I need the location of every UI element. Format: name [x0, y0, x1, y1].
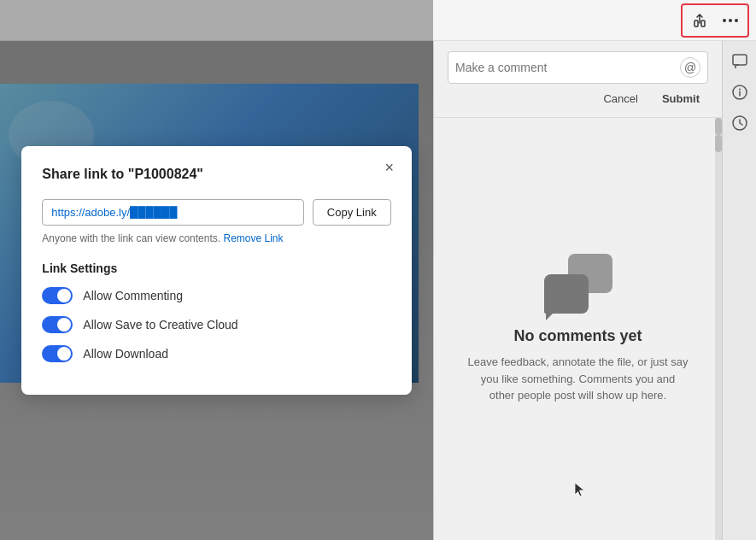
comment-input-area: @ Cancel Submit [434, 41, 722, 118]
share-button[interactable] [686, 7, 713, 34]
toggle-commenting[interactable] [42, 287, 73, 304]
setting-label-download: Allow Download [83, 347, 168, 361]
modal-overlay[interactable]: × Share link to "P1000824" Copy Link Any… [0, 0, 433, 540]
no-comments-title: No comments yet [513, 327, 642, 345]
comment-actions: Cancel Submit [448, 84, 708, 110]
setting-row-commenting: Allow Commenting [42, 287, 390, 304]
toggle-download-slider [42, 345, 73, 362]
scrollbar[interactable] [715, 118, 722, 540]
more-button[interactable] [717, 7, 744, 34]
svg-rect-1 [701, 21, 705, 26]
toggle-download[interactable] [42, 345, 73, 362]
setting-label-commenting: Allow Commenting [83, 289, 183, 302]
right-panel: @ Cancel Submit No comments yet Leave fe… [433, 41, 722, 540]
history-sidebar-btn[interactable] [726, 109, 753, 137]
svg-point-2 [723, 19, 726, 22]
scroll-top [715, 118, 722, 135]
share-modal: × Share link to "P1000824" Copy Link Any… [21, 146, 411, 395]
svg-point-3 [729, 19, 732, 22]
toggle-commenting-slider [42, 287, 73, 304]
toggle-save-cc-slider [42, 316, 73, 333]
comment-input[interactable] [455, 61, 680, 74]
scroll-bottom [715, 135, 722, 152]
modal-title: Share link to "P1000824" [42, 167, 390, 182]
link-input[interactable] [42, 199, 303, 226]
link-settings-title: Link Settings [42, 261, 390, 275]
remove-link[interactable]: Remove Link [223, 232, 283, 244]
top-bar-actions [681, 3, 749, 38]
share-icon [692, 13, 707, 28]
right-sidebar [722, 41, 756, 540]
modal-close-button[interactable]: × [378, 156, 401, 180]
link-row: Copy Link [42, 199, 390, 226]
svg-point-7 [739, 89, 741, 91]
setting-label-save-cc: Allow Save to Creative Cloud [83, 318, 237, 332]
link-note: Anyone with the link can view contents. … [42, 232, 390, 244]
setting-row-save-cc: Allow Save to Creative Cloud [42, 316, 390, 333]
comments-sidebar-btn[interactable] [726, 48, 753, 75]
submit-button[interactable]: Submit [657, 91, 705, 107]
svg-point-4 [735, 19, 738, 22]
chat-icon-group [544, 254, 612, 314]
cancel-button[interactable]: Cancel [598, 91, 642, 107]
info-sidebar-icon [732, 85, 747, 100]
comment-input-wrap: @ [448, 51, 708, 84]
svg-rect-5 [733, 55, 747, 65]
no-comments-desc: Leave feedback, annotate the file, or ju… [467, 354, 689, 404]
toggle-save-cc[interactable] [42, 316, 73, 333]
info-sidebar-btn[interactable] [726, 79, 753, 106]
history-sidebar-icon [732, 115, 747, 131]
at-mention-icon[interactable]: @ [680, 57, 700, 78]
chat-bubble-front [544, 274, 589, 314]
more-icon [723, 19, 738, 22]
setting-row-download: Allow Download [42, 345, 390, 362]
copy-link-button[interactable]: Copy Link [313, 199, 391, 226]
svg-rect-0 [694, 21, 698, 26]
no-comments-area: No comments yet Leave feedback, annotate… [434, 118, 722, 540]
comment-sidebar-icon [732, 54, 747, 69]
